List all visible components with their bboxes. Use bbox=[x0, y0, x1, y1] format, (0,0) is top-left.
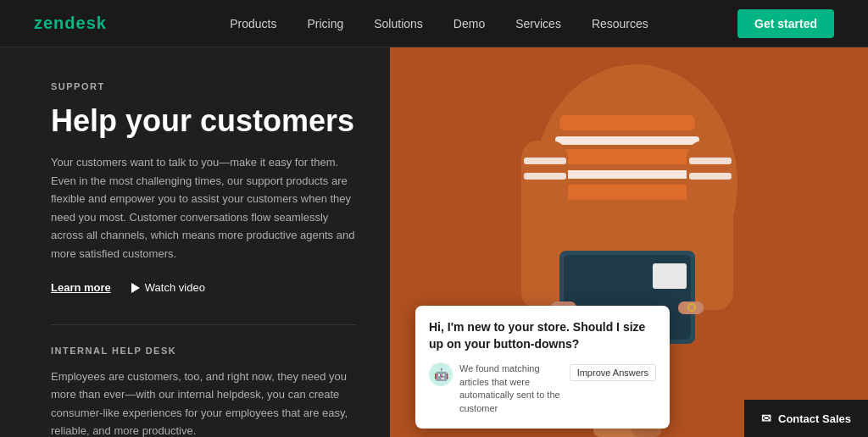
svg-rect-16 bbox=[653, 263, 687, 289]
svg-rect-9 bbox=[524, 158, 566, 164]
nav-links: Products Pricing Solutions Demo Services… bbox=[141, 17, 737, 30]
chat-answer-text: We found matching articles that were aut… bbox=[459, 362, 563, 415]
contact-sales-button[interactable]: ✉ Contact Sales bbox=[744, 400, 868, 437]
play-icon bbox=[131, 283, 140, 293]
svg-rect-12 bbox=[689, 173, 732, 180]
email-icon: ✉ bbox=[761, 412, 771, 425]
hero-image-panel: Hi, I'm new to your store. Should I size… bbox=[390, 47, 868, 437]
chat-avatar: 🤖 bbox=[429, 362, 453, 386]
hero-title: Help your customers bbox=[51, 103, 356, 138]
chat-bot-row: 🤖 We found matching articles that were a… bbox=[429, 362, 656, 415]
chat-popup: Hi, I'm new to your store. Should I size… bbox=[415, 306, 670, 429]
watch-video-label: Watch video bbox=[145, 281, 205, 294]
hero-description: Your customers want to talk to you—make … bbox=[51, 153, 356, 263]
contact-sales-label: Contact Sales bbox=[778, 412, 851, 425]
watch-video-button[interactable]: Watch video bbox=[131, 281, 205, 294]
internal-help-desk-label: INTERNAL HELP DESK bbox=[51, 346, 356, 356]
svg-rect-11 bbox=[689, 158, 732, 164]
internal-help-desk-description: Employees are customers, too, and right … bbox=[51, 368, 356, 437]
svg-rect-5 bbox=[547, 170, 708, 179]
logo[interactable]: zendesk bbox=[34, 14, 107, 33]
nav-services[interactable]: Services bbox=[515, 17, 561, 30]
nav-products[interactable]: Products bbox=[230, 17, 276, 30]
nav-demo[interactable]: Demo bbox=[453, 17, 485, 30]
learn-more-link[interactable]: Learn more bbox=[51, 281, 111, 294]
nav-pricing[interactable]: Pricing bbox=[307, 17, 343, 30]
svg-rect-3 bbox=[555, 136, 699, 145]
chat-question: Hi, I'm new to your store. Should I size… bbox=[429, 319, 656, 352]
hero-actions: Learn more Watch video bbox=[51, 281, 356, 294]
navbar: zendesk Products Pricing Solutions Demo … bbox=[0, 0, 868, 47]
improve-answers-button[interactable]: Improve Answers bbox=[570, 364, 656, 381]
svg-rect-4 bbox=[551, 149, 704, 164]
get-started-button[interactable]: Get started bbox=[737, 9, 834, 38]
main-layout: SUPPORT Help your customers Your custome… bbox=[0, 47, 868, 437]
section-support-label: SUPPORT bbox=[51, 81, 356, 91]
svg-rect-10 bbox=[524, 173, 566, 180]
nav-resources[interactable]: Resources bbox=[592, 17, 648, 30]
section-divider bbox=[51, 324, 356, 325]
left-content: SUPPORT Help your customers Your custome… bbox=[0, 47, 390, 437]
nav-solutions[interactable]: Solutions bbox=[374, 17, 423, 30]
svg-rect-2 bbox=[559, 115, 695, 130]
